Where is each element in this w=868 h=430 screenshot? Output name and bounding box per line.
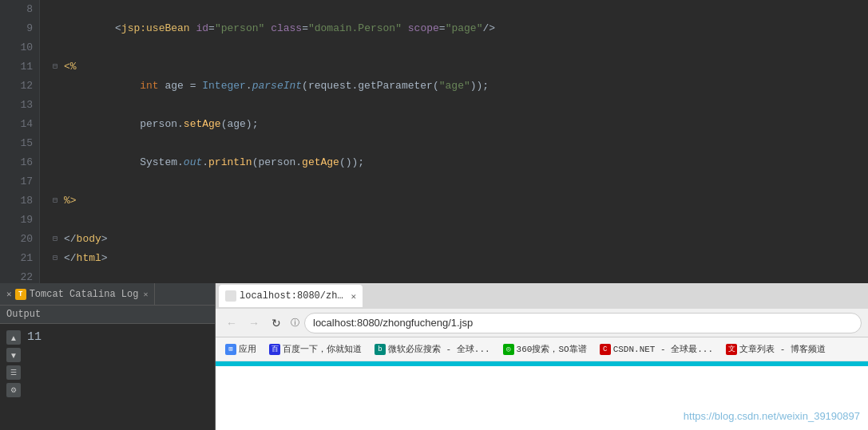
scroll-down-button[interactable]: ▼ [6,348,21,362]
bookmark-bing[interactable]: b 微软必应搜索 - 全球... [370,341,495,357]
output-label: Output [6,309,41,320]
browser-nav: ← → ↻ ⓘ [216,309,868,337]
back-button[interactable]: ← [222,314,241,333]
left-panel: ✕ T Tomcat Catalina Log ✕ Output ▲ ▼ ☰ ⚙… [0,283,216,430]
bookmark-360[interactable]: ◎ 360搜索，SO靠谱 [498,341,592,357]
filter-button[interactable]: ☰ [6,365,21,380]
tab-bar: ✕ T Tomcat Catalina Log ✕ [0,283,215,306]
code-line-9: <jsp:useBean id="person" class="domain.P… [53,19,868,38]
bing-icon: b [375,344,386,355]
code-line-20: ⊟</body> [53,230,868,249]
baidu-icon: 百 [269,344,280,355]
bookmark-apps-label: 应用 [239,343,256,355]
wenzhang-icon: 文 [726,344,737,355]
watermark-text: https://blog.csdn.net/weixin_39190897 [684,410,860,422]
bookmark-360-label: 360搜索，SO靠谱 [517,343,587,355]
code-line-13 [53,96,868,115]
tab-tomcat[interactable]: ✕ T Tomcat Catalina Log ✕ [0,283,155,306]
browser-tab-active[interactable]: localhost:8080/zhongf... ✕ [219,285,363,307]
browser-content[interactable]: https://blog.csdn.net/weixin_39190897 [216,366,868,430]
bookmark-baidu-label: 百度一下，你就知道 [283,343,362,355]
output-value: 11 [27,330,42,344]
code-line-17 [53,172,868,191]
line-numbers: 8 9 10 11 12 13 14 15 16 17 18 19 20 21 … [0,0,40,283]
address-bar[interactable] [304,313,862,333]
bookmark-wenzhang[interactable]: 文 文章列表 - 博客频道 [721,341,830,357]
output-side-buttons: ▲ ▼ ☰ ⚙ [6,330,21,397]
browser-tab-close-button[interactable]: ✕ [351,291,356,302]
bookmark-csdn[interactable]: C CSDN.NET - 全球最... [595,341,718,357]
code-editor: 8 9 10 11 12 13 14 15 16 17 18 19 20 21 … [0,0,868,283]
code-line-22 [53,268,868,283]
output-content: ▲ ▼ ☰ ⚙ 11 [0,324,215,430]
code-lines[interactable]: <jsp:useBean id="person" class="domain.P… [40,0,868,283]
code-line-14: person.setAge(age); [53,115,868,134]
bottom-area: ✕ T Tomcat Catalina Log ✕ Output ▲ ▼ ☰ ⚙… [0,283,868,430]
refresh-button[interactable]: ↻ [267,314,286,333]
tab-tomcat-label: Tomcat Catalina Log [30,289,139,300]
360-icon: ◎ [503,344,514,355]
code-line-16: System.out.println(person.getAge()); [53,153,868,172]
settings-button[interactable]: ⚙ [6,383,21,397]
code-line-15 [53,134,868,153]
tomcat-icon: T [15,289,26,300]
bookmark-apps[interactable]: ⊞ 应用 [220,341,261,357]
apps-icon: ⊞ [225,344,236,355]
close-x-icon[interactable]: ✕ [6,289,12,299]
output-header: Output [0,306,215,324]
bookmark-bing-label: 微软必应搜索 - 全球... [388,343,490,355]
forward-button[interactable]: → [244,314,264,333]
tab-close-button[interactable]: ✕ [143,290,148,299]
scroll-up-button[interactable]: ▲ [6,330,21,345]
bookmark-wenzhang-label: 文章列表 - 博客频道 [739,343,826,355]
code-line-8 [53,0,868,19]
browser-panel: localhost:8080/zhongf... ✕ ← → ↻ ⓘ ⊞ 应用 … [216,283,868,430]
browser-tab-title: localhost:8080/zhongf... [240,290,347,302]
code-line-19 [53,211,868,230]
code-line-12: int age = Integer.parseInt(request.getPa… [53,77,868,96]
code-line-18: ⊟%> [53,191,868,211]
bookmark-baidu[interactable]: 百 百度一下，你就知道 [264,341,367,357]
code-line-10 [53,38,868,57]
code-line-21: ⊟</html> [53,249,868,268]
bookmark-csdn-label: CSDN.NET - 全球最... [613,343,713,355]
lock-icon: ⓘ [291,317,299,329]
browser-tabs: localhost:8080/zhongf... ✕ [216,283,868,309]
code-line-11: ⊟<% [53,57,868,77]
csdn-icon: C [600,344,611,355]
new-tab-area [364,285,388,307]
tab-favicon [225,290,236,302]
bookmarks-bar: ⊞ 应用 百 百度一下，你就知道 b 微软必应搜索 - 全球... ◎ 360搜… [216,337,868,361]
